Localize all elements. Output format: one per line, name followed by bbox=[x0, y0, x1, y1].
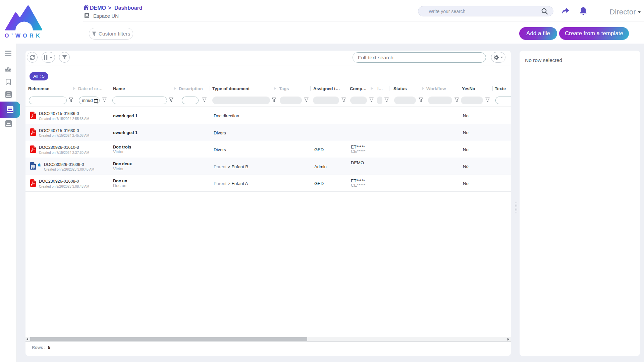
svg-text:O’WORK: O’WORK bbox=[5, 33, 42, 39]
